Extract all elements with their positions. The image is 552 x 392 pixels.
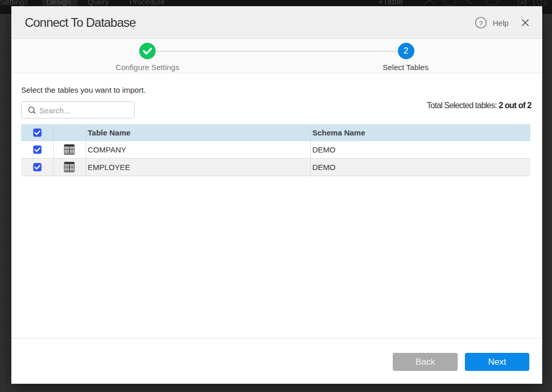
svg-text:?: ? xyxy=(479,20,483,27)
svg-text:Help: Help xyxy=(493,19,509,27)
